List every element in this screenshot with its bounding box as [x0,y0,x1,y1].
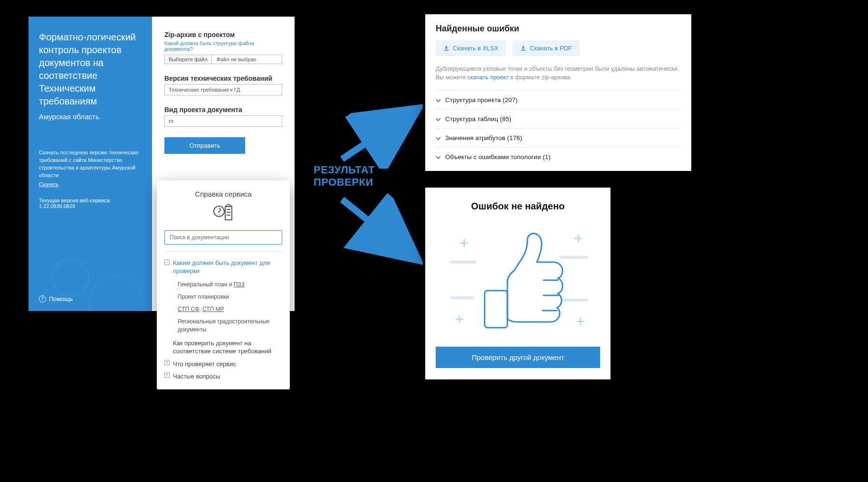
help-panel: Справка сервиса − Каким должен быть доку… [157,180,290,389]
error-category-row[interactable]: Объекты с ошибками топологии (1) [436,147,681,166]
download-xlsx-button[interactable]: Скачать в XLSX [436,40,506,56]
download-project-link[interactable]: скачать проект [467,74,509,81]
success-card: Ошибок не найдено [425,188,610,379]
project-type-select[interactable]: гп [164,115,282,127]
expand-icon: + [164,372,170,378]
download-icon [443,45,449,51]
chevron-down-icon [436,155,441,160]
success-title: Ошибок не найдено [436,201,600,212]
download-buttons: Скачать в XLSX Скачать в PDF [436,40,681,56]
help-item-stp[interactable]: СТП СФ, СТП МР [164,303,282,315]
error-category-row[interactable]: Структура таблиц (85) [436,109,681,128]
download-icon [520,45,526,51]
errors-title: Найденные ошибки [436,24,681,34]
choose-file-button[interactable]: Выберите файл [164,55,212,64]
error-category-row[interactable]: Значения атрибутов (176) [436,128,681,147]
error-category-label: Структура таблиц (85) [445,115,511,123]
question-icon: ? [39,295,46,302]
download-requirements-link[interactable]: Скачать [39,181,143,187]
collapse-icon: − [164,260,170,265]
error-category-label: Структура проекта (207) [445,96,518,104]
error-category-label: Объекты с ошибками топологии (1) [445,153,551,161]
sidebar-description: Скачать последнюю версию технических тре… [39,149,143,180]
svg-rect-2 [225,207,232,220]
errors-note: Дублирующиеся узловые точки и объекты бе… [436,65,681,82]
help-logo-icon [164,203,282,223]
help-item-regional[interactable]: Региональные градостроительные документы [164,315,282,335]
tech-version-label: Версия технических требований [164,75,282,82]
thumbs-up-icon [436,219,600,338]
sidebar-blue: Форматно-логический контроль проектов до… [29,17,152,311]
chevron-down-icon [436,98,441,103]
help-link-label: Помощь [49,295,73,302]
help-section-how-to-check[interactable]: Как проверить документ на соответствие с… [164,336,282,357]
version-value: 1.22.0930.0826 [39,203,143,209]
svg-rect-6 [485,291,507,328]
file-status: Файл не выбран [212,55,282,64]
divider [164,251,282,252]
help-section-faq[interactable]: + Частые вопросы [164,369,282,382]
help-panel-title: Справка сервиса [164,190,282,198]
chevron-down-icon [436,117,441,122]
errors-card: Найденные ошибки Скачать в XLSX Скачать … [425,14,691,171]
submit-button[interactable]: Отправить [164,137,245,154]
help-item-planirovka[interactable]: Проект планировки [164,291,282,303]
expand-icon: + [164,360,170,365]
zip-label: Zip-архив с проектом [164,31,282,38]
error-categories: Структура проекта (207)Структура таблиц … [436,90,681,166]
project-type-label: Вид проекта документа [164,106,282,113]
tech-version-select[interactable]: Технические требования к ГД [164,84,282,95]
error-category-label: Значения атрибутов (176) [445,134,522,142]
download-pdf-button[interactable]: Скачать в PDF [513,40,580,56]
app-title: Форматно-логический контроль проектов до… [39,31,143,108]
help-section-document-format[interactable]: − Каким должен быть документ для проверк… [164,256,282,278]
arrow-up-icon [333,102,423,169]
zip-structure-hint[interactable]: Какой должна быть структура файла докуме… [164,40,282,52]
help-section-label: Каким должен быть документ для проверки [173,259,270,274]
file-picker-row: Выберите файл Файл не выбран [164,55,282,64]
arrow-down-icon [333,190,423,266]
help-item-genplan[interactable]: Генеральный план и ПЗЗ [164,278,282,291]
chevron-down-icon [436,136,441,141]
region-subtitle: Амурская область [39,113,143,121]
help-link[interactable]: ? Помощь [39,295,143,302]
svg-point-1 [219,214,219,215]
error-category-row[interactable]: Структура проекта (207) [436,90,681,109]
version-label: Текущая версия веб-сервиса: [39,198,143,203]
check-another-button[interactable]: Проверить другой документ [436,347,600,368]
help-search-input[interactable] [164,230,282,245]
help-section-what-checks[interactable]: + Что проверяет сервис [164,357,282,369]
